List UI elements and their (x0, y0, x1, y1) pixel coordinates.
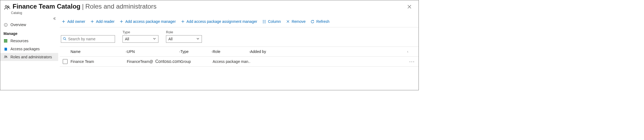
add-reader-button[interactable]: Add reader (90, 18, 115, 25)
refresh-button[interactable]: Refresh (310, 18, 330, 25)
search-input-wrapper[interactable] (61, 35, 115, 43)
filter-role-label: Role (166, 30, 202, 34)
resource-type-label: Catalog (11, 11, 405, 15)
page-title-sub: Roles and administrators (85, 3, 156, 10)
svg-point-0 (5, 5, 7, 7)
filter-type-value: All (125, 37, 129, 41)
sidebar-item-resources[interactable]: Resources (0, 37, 58, 45)
row-checkbox[interactable] (63, 59, 68, 64)
collapse-sidebar-button[interactable] (52, 16, 57, 21)
people-icon (3, 4, 11, 12)
sidebar-item-roles-admins[interactable]: Roles and administrators (0, 53, 58, 61)
svg-rect-8 (5, 39, 6, 40)
filter-type-label: Type (123, 30, 158, 34)
svg-rect-9 (6, 39, 8, 40)
svg-point-6 (5, 24, 6, 24)
svg-rect-12 (6, 40, 8, 41)
cmd-label: Refresh (316, 19, 330, 24)
sidebar-section-manage: Manage (0, 29, 58, 37)
refresh-icon (310, 19, 315, 24)
info-icon (3, 23, 8, 27)
sidebar-item-label: Resources (10, 39, 28, 43)
sort-icon: ↑↓ (210, 50, 213, 53)
package-icon (3, 47, 8, 51)
svg-line-36 (65, 39, 66, 40)
sidebar-item-label: Roles and administrators (10, 55, 52, 59)
sort-icon: ↑↓ (124, 50, 127, 53)
page-title-main: Finance Team Catalog (11, 3, 80, 10)
cell-name: Finance Team (71, 59, 127, 64)
sort-icon: ↑↓ (247, 50, 250, 53)
cmd-label: Add owner (67, 19, 85, 24)
page-title: Finance Team Catalog|Roles and administr… (11, 2, 405, 10)
plus-icon (90, 19, 94, 24)
svg-point-17 (5, 56, 6, 57)
search-icon (63, 37, 66, 41)
remove-button[interactable]: Remove (285, 18, 306, 25)
svg-rect-7 (4, 39, 5, 40)
grid-icon (3, 39, 8, 43)
table-row[interactable]: Finance Team FinanceTeam@Contoso.com Gro… (60, 57, 419, 67)
sidebar-item-overview[interactable]: Overview (0, 21, 58, 29)
cmd-label: Add access package assignment manager (187, 19, 257, 24)
svg-rect-15 (6, 42, 8, 43)
results-table: Name ↑↓ UPN ↑↓ Type ↑↓ Role ↑↓ (60, 46, 419, 67)
column-header-type[interactable]: Type ↑↓ (180, 49, 213, 54)
add-access-package-manager-button[interactable]: Add access package manager (119, 18, 176, 25)
cmd-label: Column (268, 19, 281, 24)
column-button[interactable]: Column (261, 18, 281, 25)
cmd-label: Add reader (96, 19, 114, 24)
cell-upn: FinanceTeam@Contoso.com (127, 59, 180, 64)
sidebar-item-label: Access packages (10, 47, 40, 51)
x-icon (286, 19, 290, 24)
cmd-label: Remove (292, 19, 306, 24)
svg-rect-14 (5, 42, 6, 43)
sidebar-item-access-packages[interactable]: Access packages (0, 45, 58, 53)
search-input[interactable] (68, 37, 115, 41)
sidebar-item-label: Overview (10, 23, 26, 27)
row-more-button[interactable]: ··· (408, 59, 416, 64)
column-header-upn[interactable]: UPN ↑↓ (127, 49, 180, 54)
plus-icon (181, 19, 185, 24)
svg-point-35 (63, 37, 65, 40)
command-bar: Add owner Add reader Add access package … (60, 16, 419, 27)
svg-rect-10 (4, 40, 5, 41)
cell-type: Group (180, 59, 213, 64)
people-icon (3, 55, 8, 59)
filter-role-select[interactable]: All (166, 35, 202, 43)
sort-icon: ↑↓ (177, 50, 180, 53)
svg-point-18 (6, 56, 7, 57)
column-header-role[interactable]: Role ↑↓ (213, 49, 250, 54)
svg-point-1 (8, 6, 9, 8)
sort-icon: ↑↓ (405, 50, 408, 53)
chevron-down-icon (196, 37, 199, 41)
filter-role-value: All (168, 37, 173, 41)
svg-rect-13 (4, 42, 5, 43)
add-owner-button[interactable]: Add owner (61, 18, 86, 25)
cmd-label: Add access package manager (125, 19, 176, 24)
columns-icon (262, 19, 266, 24)
close-button[interactable] (405, 2, 414, 11)
svg-rect-11 (5, 40, 6, 41)
plus-icon (119, 19, 124, 24)
add-access-package-assignment-manager-button[interactable]: Add access package assignment manager (180, 18, 258, 25)
sidebar: Overview Manage Resources (0, 16, 58, 90)
cell-role: Access package man... (213, 59, 250, 64)
chevron-down-icon (153, 37, 156, 41)
filter-type-select[interactable]: All (123, 35, 158, 43)
column-header-name[interactable]: Name ↑↓ (71, 49, 127, 54)
plus-icon (61, 19, 66, 24)
column-header-added-by[interactable]: Added by ↑↓ (250, 49, 408, 54)
